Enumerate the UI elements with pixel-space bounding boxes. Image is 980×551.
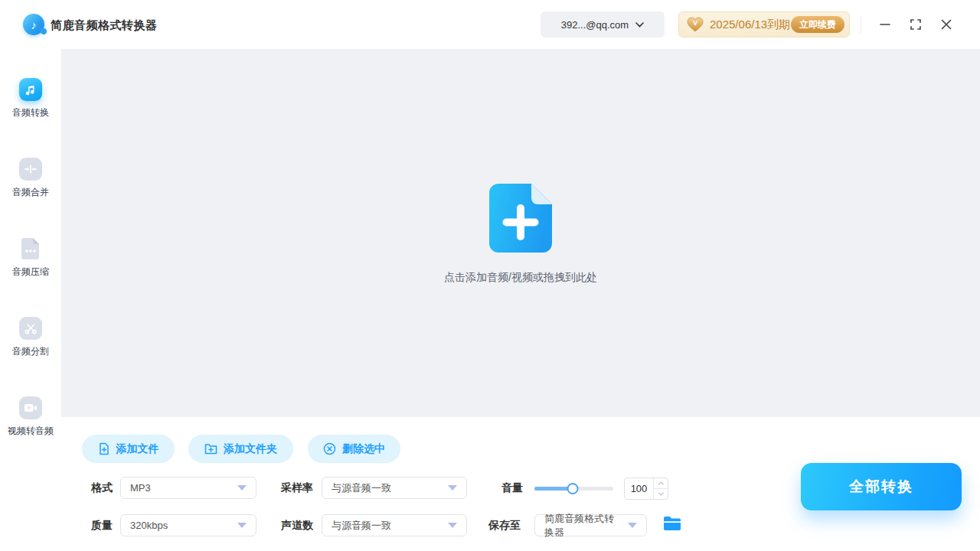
format-value: MP3 [130,482,151,494]
sidebar-item-label: 音频分割 [12,345,49,358]
format-label: 格式 [91,477,113,499]
vip-expiry-date: 2025/06/13到期 [710,18,790,32]
app-title: 简鹿音频格式转换器 [51,18,158,33]
minimize-icon [880,19,890,30]
folder-icon [663,516,681,531]
dropdown-arrow-icon [237,523,247,528]
file-list-area: 点击添加音频/视频或拖拽到此处 [61,49,980,417]
sidebar-item-label: 音频压缩 [12,266,49,279]
convert-all-label: 全部转换 [849,477,913,497]
browse-folder-button[interactable] [663,516,681,531]
add-folder-button[interactable]: 添加文件夹 [188,435,293,463]
volume-spinner [653,478,668,499]
spinner-down-button[interactable] [654,489,668,499]
add-file-label: 添加文件 [116,442,159,456]
channels-label: 声道数 [281,514,313,536]
chevron-down-icon [635,22,644,28]
video-camera-icon [19,396,42,419]
close-button[interactable] [939,18,953,31]
quality-value: 320kbps [130,520,168,531]
format-select[interactable]: MP3 [120,477,256,499]
save-to-value: 简鹿音频格式转换器 [544,512,622,540]
vip-status-badge: V 2025/06/13到期 立即续费 [678,11,850,37]
compress-file-icon [19,237,42,260]
svg-text:V: V [693,19,697,27]
save-to-label: 保存至 [488,514,521,536]
close-icon [941,19,952,30]
app-logo-music-note-icon: ♪ [23,14,44,35]
vip-heart-icon: V [687,17,704,32]
sample-rate-value: 与源音频一致 [332,481,391,495]
sidebar-item-video-to-audio[interactable]: 视频转音频 [0,396,61,438]
sidebar-item-label: 视频转音频 [8,425,54,438]
sample-rate-label: 采样率 [281,477,313,499]
dropzone-hint-text: 点击添加音频/视频或拖拽到此处 [444,271,597,285]
sidebar-item-audio-compress[interactable]: 音频压缩 [0,237,61,279]
file-dropzone[interactable]: 点击添加音频/视频或拖拽到此处 [61,184,980,285]
dropdown-arrow-icon [448,485,457,491]
chevron-up-icon [658,481,663,487]
sidebar-item-audio-merge[interactable]: 音频合并 [0,158,61,199]
delete-selected-button[interactable]: 删除选中 [308,435,400,463]
minimize-button[interactable] [878,18,892,31]
dropdown-arrow-icon [448,523,457,528]
renew-now-button[interactable]: 立即续费 [791,16,844,33]
delete-selected-label: 删除选中 [342,442,385,456]
spinner-up-button[interactable] [654,478,668,489]
convert-all-button[interactable]: 全部转换 [801,463,962,510]
music-note-icon [19,78,42,101]
settings-panel: 添加文件 添加文件夹 删除选中 格式 MP3 采样率 与源音频一致 音量 100 [61,417,980,551]
quality-select[interactable]: 320kbps [120,514,256,536]
account-email: 392...@qq.com [561,19,629,31]
add-file-icon [98,442,110,455]
channels-value: 与源音频一致 [332,519,391,533]
dropdown-arrow-icon [237,485,247,491]
sample-rate-select[interactable]: 与源音频一致 [322,477,467,499]
volume-label: 音量 [501,477,523,499]
add-folder-label: 添加文件夹 [224,442,277,456]
account-dropdown[interactable]: 392...@qq.com [541,11,665,37]
sidebar-item-audio-split[interactable]: 音频分割 [0,317,61,358]
dropdown-arrow-icon [628,523,637,528]
scissors-icon [19,317,42,340]
sidebar-item-audio-convert[interactable]: 音频转换 [0,78,61,119]
volume-slider-handle[interactable] [567,483,579,494]
merge-icon [19,158,42,181]
volume-value: 100 [625,478,653,499]
quality-label: 质量 [91,514,113,536]
volume-slider[interactable] [534,487,613,491]
delete-circle-icon [323,442,336,455]
title-bar: ♪ 简鹿音频格式转换器 392...@qq.com V 2025/06/13到期… [0,0,980,49]
sidebar-item-label: 音频转换 [12,106,49,119]
channels-select[interactable]: 与源音频一致 [322,514,467,536]
fullscreen-button[interactable] [909,18,923,31]
fullscreen-icon [910,19,921,30]
sidebar-item-label: 音频合并 [12,186,49,199]
add-file-big-icon [489,184,552,253]
save-to-select[interactable]: 简鹿音频格式转换器 [534,514,647,536]
sidebar-nav: 音频转换 音频合并 音频压缩 [0,49,61,551]
add-file-button[interactable]: 添加文件 [82,435,175,463]
chevron-down-icon [658,491,663,496]
window-controls-divider [861,15,861,34]
volume-number-input[interactable]: 100 [624,478,668,500]
add-folder-icon [204,443,217,455]
